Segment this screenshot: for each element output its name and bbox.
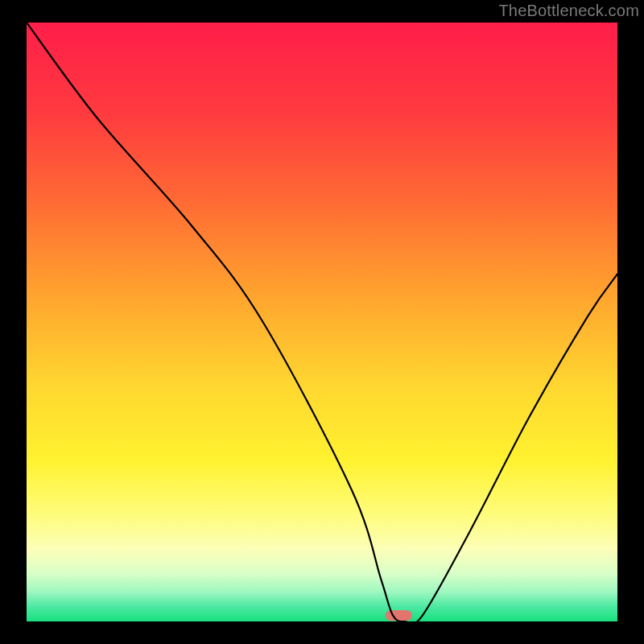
svg-rect-0 <box>386 610 412 621</box>
plot-area <box>27 23 617 621</box>
chart-frame: TheBottleneck.com <box>0 0 644 644</box>
optimal-marker <box>386 610 412 621</box>
watermark-label: TheBottleneck.com <box>498 2 639 20</box>
bottleneck-chart <box>27 23 617 621</box>
gradient-background <box>27 23 617 621</box>
